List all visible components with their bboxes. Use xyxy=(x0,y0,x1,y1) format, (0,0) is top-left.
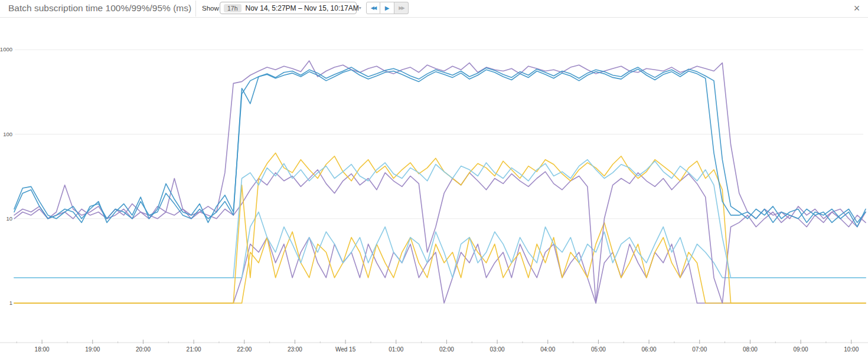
x-axis-label: 10:00 xyxy=(844,346,859,353)
y-axis-label-100: 100 xyxy=(3,131,12,137)
x-axis-label: 07:00 xyxy=(692,346,707,353)
chart-header: Batch subscription time 100%/99%/95% (ms… xyxy=(0,0,868,18)
chevron-down-icon: ▾ xyxy=(359,5,361,11)
y-axis-label-1000: 1000 xyxy=(0,46,12,52)
y-axis-label-1: 1 xyxy=(9,300,12,306)
x-axis-label: 02:00 xyxy=(439,346,454,353)
x-axis-label: 09:00 xyxy=(794,346,808,353)
time-nav-buttons: ◀◀ ▶ ▶▶ xyxy=(366,2,409,14)
chart-area: 110100100018:0019:0020:0021:0022:0023:00… xyxy=(0,18,868,355)
step-forward-button[interactable]: ▶▶ xyxy=(394,2,409,14)
x-axis-label: 23:00 xyxy=(288,346,302,353)
x-axis-label: Wed 15 xyxy=(335,346,356,353)
header-divider xyxy=(195,1,196,17)
x-axis-label: 06:00 xyxy=(642,346,657,353)
play-button[interactable]: ▶ xyxy=(380,2,394,14)
x-axis-label: 03:00 xyxy=(490,346,505,353)
duration-badge: 17h xyxy=(224,4,242,12)
close-icon: × xyxy=(854,2,860,14)
time-range-dropdown[interactable]: 17h Nov 14, 5:27PM – Nov 15, 10:17AM ▾ xyxy=(220,2,357,14)
chart-series-p95-yellow xyxy=(14,222,866,303)
close-button[interactable]: × xyxy=(850,2,863,15)
x-axis-label: 18:00 xyxy=(35,346,50,353)
x-axis-label: 21:00 xyxy=(187,346,201,353)
fast-forward-icon: ▶▶ xyxy=(399,5,403,11)
x-axis-label: 05:00 xyxy=(591,346,606,353)
x-axis-label: 19:00 xyxy=(85,346,100,353)
y-axis-label-10: 10 xyxy=(6,215,12,222)
show-label: Show xyxy=(202,5,219,12)
x-axis-label: 22:00 xyxy=(237,346,252,353)
page-title: Batch subscription time 100%/99%/95% (ms… xyxy=(8,3,191,14)
chart-series-p95-purple xyxy=(14,238,866,303)
step-back-button[interactable]: ◀◀ xyxy=(366,2,380,14)
time-range-text: Nov 14, 5:27PM – Nov 15, 10:17AM xyxy=(246,4,359,12)
timeseries-chart[interactable]: 110100100018:0019:0020:0021:0022:0023:00… xyxy=(0,18,868,355)
chart-widget: Batch subscription time 100%/99%/95% (ms… xyxy=(0,0,868,355)
x-axis-label: 20:00 xyxy=(136,346,151,353)
chart-series-max-purple xyxy=(14,61,866,227)
x-axis-label: 08:00 xyxy=(743,346,758,353)
chart-series-p95-lightblue xyxy=(14,212,866,278)
play-icon: ▶ xyxy=(385,5,390,11)
rewind-icon: ◀◀ xyxy=(371,5,376,11)
x-axis-label: 04:00 xyxy=(540,346,555,353)
chart-series-p99-purple xyxy=(14,170,866,303)
x-axis-label: 01:00 xyxy=(389,346,403,353)
